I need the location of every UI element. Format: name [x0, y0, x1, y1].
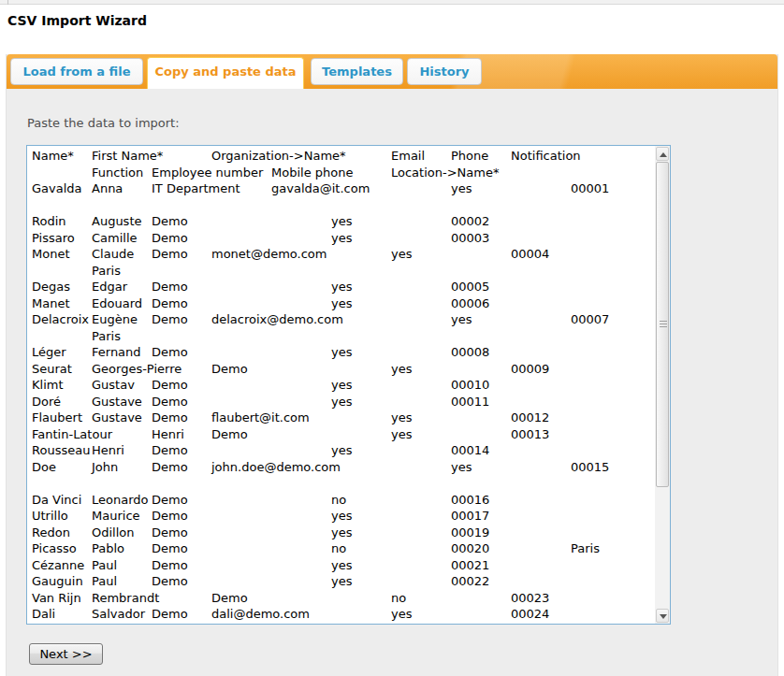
csv-cell: Gauguin — [32, 573, 83, 590]
csv-line: DelacroixEugèneDemodelacroix@demo.comyes… — [32, 311, 654, 328]
csv-cell: yes — [331, 394, 352, 410]
csv-cell: Seurat — [32, 361, 72, 378]
csv-cell: yes — [331, 442, 352, 459]
scrollbar-grip-icon — [660, 321, 667, 328]
csv-cell: Demo — [152, 295, 188, 312]
csv-cell: Anna — [92, 180, 123, 197]
csv-line: SeuratGeorges-PierreDemoyes00009 — [32, 361, 654, 378]
csv-cell: Location->Name* — [391, 165, 499, 181]
csv-cell: Demo — [152, 508, 188, 525]
csv-cell: Paris — [571, 540, 600, 557]
csv-cell: Odillon — [92, 525, 135, 541]
csv-cell: 00017 — [451, 508, 489, 525]
next-button[interactable]: Next >> — [29, 643, 103, 665]
csv-cell: Email — [391, 148, 425, 165]
tab-copy-and-paste-data-label: Copy and paste data — [154, 65, 296, 79]
tab-templates[interactable]: Templates — [311, 58, 403, 85]
csv-cell: Eugène — [92, 311, 138, 328]
csv-cell: yes — [331, 295, 352, 312]
csv-cell: Delacroix — [32, 311, 89, 328]
scrollbar-thumb[interactable] — [656, 162, 669, 487]
tab-history[interactable]: History — [407, 58, 482, 85]
csv-cell: yes — [391, 246, 412, 263]
csv-line: CézannePaulDemoyes00021 — [32, 557, 654, 574]
csv-cell: Gustav — [92, 377, 135, 394]
csv-cell: 00010 — [451, 377, 489, 394]
csv-cell: 00008 — [451, 344, 489, 361]
csv-cell: yes — [391, 606, 412, 623]
scroll-up-button[interactable] — [656, 147, 669, 161]
csv-cell: Paul — [92, 557, 117, 574]
csv-cell: no — [331, 492, 346, 509]
csv-cell: dali@demo.com — [211, 606, 310, 623]
csv-cell: Demo — [152, 459, 188, 476]
csv-cell: Camille — [92, 230, 138, 247]
csv-cell: Degas — [32, 279, 70, 295]
csv-cell: Cézanne — [32, 557, 84, 574]
csv-cell: Monet — [32, 246, 70, 263]
csv-cell: Demo — [152, 540, 188, 557]
csv-cell: Picasso — [32, 540, 77, 557]
csv-cell: Demo — [211, 426, 248, 443]
csv-cell: yes — [391, 361, 412, 378]
csv-cell: 00005 — [451, 279, 489, 295]
csv-cell: 00020 — [451, 540, 489, 557]
csv-line: Van RijnRembrandtDemono00023 — [32, 590, 654, 607]
csv-cell: Demo — [152, 377, 188, 394]
csv-cell: 00021 — [451, 557, 489, 574]
csv-cell: yes — [331, 557, 352, 574]
csv-cell: Notification — [511, 148, 581, 165]
scroll-up-icon — [660, 152, 667, 157]
csv-cell: Organization->Name* — [211, 148, 346, 165]
tab-bar: Load from a file Copy and paste data Tem… — [7, 54, 777, 89]
vertical-scrollbar[interactable] — [655, 146, 670, 624]
csv-cell: Flaubert — [32, 410, 82, 426]
csv-cell: Demo — [152, 557, 188, 574]
csv-cell: Leonardo — [92, 492, 149, 509]
csv-line: FlaubertGustaveDemoflaubert@it.comyes000… — [32, 410, 654, 426]
csv-cell: Edouard — [92, 295, 142, 312]
csv-line: Paris — [32, 328, 654, 345]
csv-line: PicassoPabloDemono00020Paris — [32, 540, 654, 557]
csv-line: KlimtGustavDemoyes00010 — [32, 377, 654, 394]
csv-cell: Paul — [92, 573, 117, 590]
csv-cell: Van Rijn — [32, 590, 81, 607]
csv-cell: 00015 — [571, 459, 609, 476]
csv-cell: Claude — [92, 246, 134, 263]
csv-cell: Redon — [32, 525, 70, 541]
csv-cell: yes — [331, 573, 352, 590]
csv-line: DoréGustaveDemoyes00011 — [32, 394, 654, 410]
csv-cell: Klimt — [32, 377, 64, 394]
csv-cell: yes — [331, 377, 352, 394]
csv-cell: Henri — [152, 426, 184, 443]
csv-textarea[interactable]: Name*First Name*Organization->Name*Email… — [26, 145, 671, 625]
csv-line: PissaroCamilleDemoyes00003 — [32, 230, 654, 247]
csv-cell: yes — [391, 426, 412, 443]
scroll-down-button[interactable] — [656, 609, 669, 623]
paste-data-label: Paste the data to import: — [27, 116, 180, 130]
csv-cell: 00012 — [511, 410, 549, 426]
csv-cell: 00019 — [451, 525, 489, 541]
top-strip — [0, 0, 784, 5]
csv-cell: john.doe@demo.com — [211, 459, 341, 476]
csv-line: DaliSalvadorDemodali@demo.comyes00024 — [32, 606, 654, 623]
csv-line: Da VinciLeonardoDemono00016 — [32, 492, 654, 509]
csv-cell: Pissaro — [32, 230, 75, 247]
csv-line: Paris — [32, 263, 654, 280]
csv-cell: Gustave — [92, 410, 142, 426]
top-strip-divider — [7, 0, 8, 5]
tab-load-from-file[interactable]: Load from a file — [10, 58, 143, 85]
csv-cell: Demo — [152, 394, 188, 410]
csv-cell: Demo — [152, 410, 188, 426]
csv-cell: Dali — [32, 606, 55, 623]
csv-cell: 00007 — [571, 311, 609, 328]
csv-cell: 00003 — [451, 230, 489, 247]
csv-cell: Doré — [32, 394, 61, 410]
csv-line — [32, 197, 654, 214]
csv-cell: 00023 — [511, 590, 549, 607]
tab-copy-and-paste-data[interactable]: Copy and paste data — [147, 57, 304, 89]
csv-line: GauguinPaulDemoyes00022 — [32, 573, 654, 590]
csv-cell: no — [331, 540, 346, 557]
csv-cell: Rembrandt — [92, 590, 159, 607]
csv-cell: gavalda@it.com — [271, 180, 370, 197]
